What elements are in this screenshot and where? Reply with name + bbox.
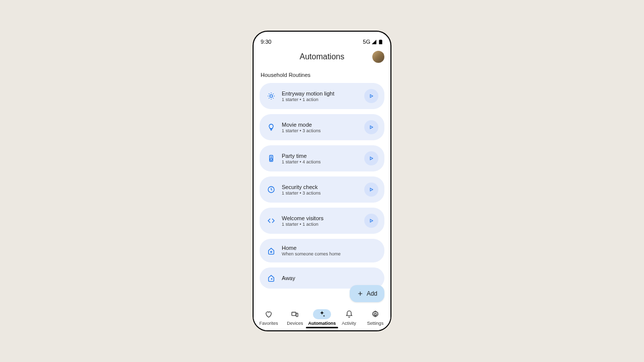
home-icon — [267, 246, 276, 255]
routine-text: Party time 1 starter • 4 actions — [282, 153, 358, 164]
add-button[interactable]: Add — [350, 285, 384, 302]
routine-text: Security check 1 starter • 3 actions — [282, 184, 358, 196]
routine-sub: 1 starter • 3 actions — [282, 191, 358, 196]
play-button[interactable] — [364, 183, 378, 197]
nav-label: Settings — [367, 321, 384, 326]
routine-sub: 1 starter • 1 action — [282, 222, 358, 227]
plus-icon — [357, 290, 364, 297]
gear-icon — [366, 309, 384, 319]
routine-title: Entryway motion light — [282, 90, 358, 97]
svg-point-8 — [374, 313, 376, 315]
svg-point-3 — [270, 158, 272, 160]
nav-label: Automations — [308, 321, 336, 326]
play-button[interactable] — [364, 89, 378, 103]
svg-rect-7 — [296, 313, 298, 317]
status-right: 5G — [363, 39, 383, 45]
routine-sub: When someone comes home — [282, 251, 378, 256]
routine-entryway[interactable]: Entryway motion light 1 starter • 1 acti… — [260, 83, 384, 109]
brightness-icon — [267, 92, 276, 101]
phone-frame: 9:30 5G Automations Household Routines E… — [253, 31, 391, 331]
routine-home[interactable]: Home When someone comes home — [260, 239, 384, 262]
routine-title: Welcome visitors — [282, 215, 358, 221]
bell-icon — [340, 309, 358, 319]
play-button[interactable] — [364, 214, 378, 228]
home-indicator[interactable] — [306, 327, 338, 328]
devices-icon — [286, 309, 304, 319]
routine-sub: 1 starter • 3 actions — [282, 128, 358, 133]
sparkle-icon — [313, 309, 331, 319]
battery-icon — [378, 39, 383, 45]
routine-party[interactable]: Party time 1 starter • 4 actions — [260, 145, 384, 171]
routine-sub: 1 starter • 4 actions — [282, 159, 358, 164]
routine-sub: 1 starter • 1 action — [282, 97, 358, 102]
routine-text: Entryway motion light 1 starter • 1 acti… — [282, 90, 358, 102]
nav-settings[interactable]: Settings — [362, 309, 388, 326]
fab-label: Add — [367, 290, 377, 297]
routine-visitors[interactable]: Welcome visitors 1 starter • 1 action — [260, 208, 384, 234]
routine-text: Home When someone comes home — [282, 245, 378, 256]
content: Household Routines Entryway motion light… — [254, 69, 390, 305]
heart-icon — [260, 309, 278, 319]
play-button[interactable] — [364, 120, 378, 134]
nav-label: Devices — [287, 321, 303, 326]
routine-title: Security check — [282, 184, 358, 190]
status-time: 9:30 — [261, 39, 271, 45]
nav-activity[interactable]: Activity — [336, 309, 362, 326]
nav-label: Activity — [342, 321, 356, 326]
routine-title: Movie mode — [282, 122, 358, 128]
routine-text: Away — [282, 275, 378, 281]
play-button[interactable] — [364, 151, 378, 165]
nav-favorites[interactable]: Favorites — [256, 309, 282, 326]
avatar[interactable] — [372, 51, 384, 63]
nav-automations[interactable]: Automations — [308, 309, 336, 326]
speaker-icon — [267, 154, 276, 163]
code-icon — [267, 216, 276, 225]
routine-title: Home — [282, 245, 378, 251]
routine-movie[interactable]: Movie mode 1 starter • 3 actions — [260, 114, 384, 140]
page-title: Automations — [300, 52, 345, 61]
routine-title: Party time — [282, 153, 358, 159]
away-icon — [267, 274, 276, 283]
routine-text: Movie mode 1 starter • 3 actions — [282, 122, 358, 133]
svg-point-0 — [270, 95, 272, 97]
status-bar: 9:30 5G — [254, 32, 390, 45]
bulb-icon — [267, 123, 276, 132]
svg-point-5 — [271, 251, 272, 252]
app-header: Automations — [254, 45, 390, 69]
nav-label: Favorites — [260, 321, 278, 326]
svg-rect-6 — [292, 312, 296, 316]
signal-icon — [371, 39, 377, 45]
section-title: Household Routines — [261, 72, 384, 78]
routine-text: Welcome visitors 1 starter • 1 action — [282, 215, 358, 227]
clock-icon — [267, 185, 276, 194]
routine-title: Away — [282, 275, 378, 281]
routine-security[interactable]: Security check 1 starter • 3 actions — [260, 176, 384, 203]
network-label: 5G — [363, 39, 370, 45]
svg-point-2 — [271, 157, 271, 157]
nav-devices[interactable]: Devices — [282, 309, 308, 326]
